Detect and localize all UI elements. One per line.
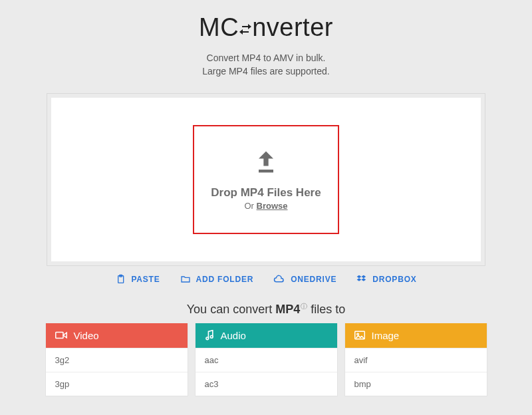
category-image-header[interactable]: Image	[345, 323, 487, 348]
svg-point-4	[205, 337, 208, 340]
category-video: Video 3g2 3gp	[45, 323, 188, 396]
video-icon	[55, 331, 67, 340]
category-image-list: avif bmp	[345, 348, 487, 396]
uploader-container: Drop MP4 Files Here Or Browse	[47, 93, 485, 266]
image-icon	[354, 331, 365, 340]
add-folder-label: ADD FOLDER	[196, 275, 254, 284]
onedrive-button[interactable]: ONEDRIVE	[273, 274, 336, 285]
dropzone-title: Drop MP4 Files Here	[211, 186, 321, 200]
category-video-list: 3g2 3gp	[46, 348, 188, 396]
add-folder-button[interactable]: ADD FOLDER	[180, 274, 254, 285]
uploader-panel[interactable]: Drop MP4 Files Here Or Browse	[51, 98, 481, 261]
drop-zone[interactable]: Drop MP4 Files Here Or Browse	[193, 125, 339, 234]
svg-rect-3	[55, 333, 63, 339]
category-audio: Audio aac ac3	[195, 323, 338, 396]
onedrive-label: ONEDRIVE	[291, 275, 336, 284]
category-video-header[interactable]: Video	[46, 323, 188, 348]
subtitle-line2: Large MP4 files are supported.	[202, 66, 329, 76]
brand-text-post: nverter	[252, 13, 333, 41]
info-icon[interactable]: ⓘ	[301, 303, 307, 310]
dropzone-or-text: Or	[244, 201, 256, 211]
brand-text-pre: MC	[199, 13, 239, 41]
upload-sources-bar: PASTE ADD FOLDER ONEDRIVE DROPBOX	[47, 274, 485, 285]
category-video-label: Video	[74, 330, 99, 341]
category-image: Image avif bmp	[344, 323, 487, 396]
svg-point-7	[356, 333, 358, 335]
svg-point-5	[210, 336, 213, 339]
subtitle-line1: Convert MP4 to AMV in bulk.	[207, 53, 326, 63]
category-row: Video 3g2 3gp Audio aac ac3 Image	[45, 323, 487, 396]
browse-link[interactable]: Browse	[257, 201, 288, 211]
category-audio-label: Audio	[221, 330, 246, 341]
music-icon	[205, 330, 214, 341]
list-item[interactable]: avif	[345, 348, 487, 372]
dropzone-subtitle: Or Browse	[244, 201, 287, 211]
convert-heading: You can convert MP4ⓘ files to	[0, 302, 532, 317]
category-image-label: Image	[372, 330, 400, 341]
paste-button[interactable]: PASTE	[115, 274, 160, 285]
category-audio-list: aac ac3	[196, 348, 337, 396]
page-subtitle: Convert MP4 to AMV in bulk. Large MP4 fi…	[0, 51, 532, 78]
category-audio-header[interactable]: Audio	[196, 323, 337, 348]
svg-rect-0	[259, 170, 273, 172]
clipboard-icon	[115, 274, 126, 285]
convert-pre: You can convert	[187, 303, 275, 316]
list-item[interactable]: aac	[196, 348, 337, 372]
cloud-icon	[273, 274, 285, 285]
dropbox-button[interactable]: DROPBOX	[356, 274, 416, 285]
convert-format: MP4	[275, 303, 300, 316]
convert-post: files to	[307, 303, 345, 316]
upload-icon	[251, 148, 281, 177]
paste-label: PASTE	[131, 275, 160, 284]
dropbox-icon	[356, 274, 367, 285]
dropbox-label: DROPBOX	[372, 275, 416, 284]
folder-icon	[180, 274, 191, 285]
list-item[interactable]: 3g2	[46, 348, 188, 372]
list-item[interactable]: bmp	[345, 372, 487, 396]
swap-icon	[237, 21, 253, 37]
list-item[interactable]: ac3	[196, 372, 337, 396]
page-title: MCnverter	[0, 0, 532, 42]
list-item[interactable]: 3gp	[46, 372, 188, 396]
